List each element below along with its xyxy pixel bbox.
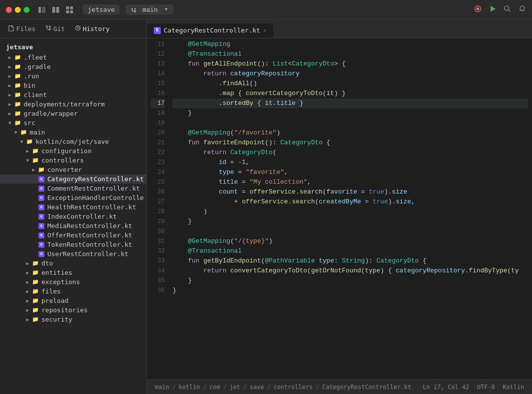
code-line-23: id = -1,	[173, 158, 528, 167]
language: Kotlin	[503, 384, 524, 391]
tree-item-media-controller[interactable]: K MediaRestController.kt	[0, 221, 146, 230]
chevron-icon: ▼	[18, 139, 26, 144]
tree-item-deployments[interactable]: ▶ 📁 deployments/terraform	[0, 99, 146, 109]
tree-item-gradle[interactable]: ▶ 📁 .gradle	[0, 62, 146, 71]
tree-item-exceptions[interactable]: ▶ 📁 exceptions	[0, 277, 146, 287]
record-icon[interactable]	[474, 5, 482, 15]
tree-item-client[interactable]: ▶ 📁 client	[0, 90, 146, 99]
tree-item-security[interactable]: ▶ 📁 security	[0, 315, 146, 324]
tree-item-run[interactable]: ▶ 📁 .run	[0, 71, 146, 81]
kotlin-file-icon: K	[37, 176, 45, 182]
kotlin-file-icon: K	[37, 204, 45, 210]
encoding: UTF-8	[477, 384, 495, 391]
chevron-icon: ▶	[24, 270, 32, 275]
tree-item-health-controller[interactable]: K HealthRestController.kt	[0, 202, 146, 212]
code-line-17: .sortedBy { it.title }	[173, 98, 528, 108]
close-button[interactable]	[6, 7, 12, 13]
folder-icon: 📁	[14, 101, 22, 107]
folder-icon: 📁	[32, 260, 39, 266]
tree-item-entities[interactable]: ▶ 📁 entities	[0, 268, 146, 277]
minimize-button[interactable]	[15, 7, 21, 13]
tree-item-user-controller[interactable]: K UserRestController.kt	[0, 249, 146, 259]
folder-icon: 📁	[32, 297, 39, 304]
breadcrumb-save: save	[250, 384, 264, 391]
tree-item-dto[interactable]: ▶ 📁 dto	[0, 259, 146, 268]
folder-icon: 📁	[14, 110, 22, 117]
git-tab-label: Git	[53, 25, 65, 33]
grid-icon[interactable]	[65, 5, 74, 14]
folder-icon: 📁	[14, 120, 22, 126]
tree-item-configuration[interactable]: ▶ 📁 configuration	[0, 146, 146, 156]
chevron-icon: ▶	[24, 148, 32, 154]
tree-item-index-controller[interactable]: K IndexController.kt	[0, 212, 146, 221]
run-icon[interactable]	[489, 5, 497, 15]
tree-item-bin[interactable]: ▶ 📁 bin	[0, 81, 146, 90]
tree-item-comment-controller[interactable]: K CommentRestController.kt	[0, 184, 146, 193]
git-tab-icon	[45, 25, 51, 33]
breadcrumb-file: CategoryRestController.kt	[322, 384, 411, 391]
sidebar-icon[interactable]	[37, 5, 46, 14]
chevron-icon: ▶	[6, 92, 14, 98]
code-line-36: }	[173, 286, 528, 296]
code-line-31: @GetMapping("/{type}")	[173, 236, 528, 246]
search-icon[interactable]	[503, 5, 511, 15]
code-editor[interactable]: 1112131415 1617181920 2122232425 2627282…	[147, 38, 532, 379]
bell-icon[interactable]	[518, 5, 526, 15]
tab-close-button[interactable]: ✕	[263, 27, 267, 33]
folder-icon: 📁	[32, 157, 39, 164]
tab-history[interactable]: History	[71, 23, 114, 34]
svg-rect-6	[66, 10, 69, 13]
project-name[interactable]: jetsave	[83, 4, 120, 15]
tree-item-preload[interactable]: ▶ 📁 preload	[0, 296, 146, 305]
history-tab-label: History	[83, 25, 110, 33]
tab-filename: CategoryRestController.kt	[164, 27, 260, 34]
tree-item-files[interactable]: ▶ 📁 files	[0, 287, 146, 296]
chevron-icon: ▶	[6, 83, 14, 88]
code-content[interactable]: @GetMapping @Transactional fun getAllEnd…	[169, 38, 532, 379]
tree-item-token-controller[interactable]: K TokenRestController.kt	[0, 240, 146, 249]
folder-icon: 📁	[32, 269, 39, 276]
line-numbers: 1112131415 1617181920 2122232425 2627282…	[147, 38, 169, 379]
tree-item-src[interactable]: ▼ 📁 src	[0, 118, 146, 128]
svg-rect-3	[56, 7, 59, 13]
folder-icon: 📁	[32, 148, 39, 154]
tab-git[interactable]: Git	[41, 23, 69, 34]
svg-rect-7	[70, 10, 73, 13]
tree-item-converter[interactable]: ▶ 📁 converter	[0, 165, 146, 174]
maximize-button[interactable]	[24, 7, 30, 13]
status-bar: main / kotlin / com / jet / save / contr…	[147, 379, 532, 394]
tree-item-exception-handler[interactable]: K ExceptionHandlerControlle	[0, 193, 146, 202]
branch-name[interactable]: main	[126, 4, 174, 15]
tree-item-gradle-wrapper[interactable]: ▶ 📁 gradle/wrapper	[0, 109, 146, 118]
tree-item-fleet[interactable]: ▶ 📁 .fleet	[0, 53, 146, 62]
tree-item-repositories[interactable]: ▶ 📁 repositories	[0, 305, 146, 315]
folder-icon: 📁	[20, 129, 28, 135]
svg-point-21	[46, 26, 48, 28]
tree-item-kotlin[interactable]: ▼ 📁 kotlin/com/jet/save	[0, 137, 146, 146]
svg-rect-4	[66, 6, 69, 9]
code-line-19	[173, 118, 528, 128]
svg-line-19	[508, 10, 510, 12]
window-icons	[37, 5, 74, 14]
folder-icon: 📁	[32, 307, 39, 313]
tree-item-offer-controller[interactable]: K OfferRestController.kt	[0, 230, 146, 240]
chevron-icon: ▶	[24, 279, 32, 285]
tree-item-controllers[interactable]: ▼ 📁 controllers	[0, 156, 146, 165]
editor-tab-category[interactable]: K CategoryRestController.kt ✕	[147, 24, 273, 38]
diff-icon[interactable]	[51, 5, 60, 14]
status-right: Ln 17, Col 42 UTF-8 Kotlin	[423, 384, 524, 391]
code-line-11: @GetMapping	[173, 39, 528, 49]
title-bar: jetsave main	[0, 0, 532, 20]
code-line-24: type = "favorite",	[173, 167, 528, 177]
kotlin-file-icon: K	[37, 232, 45, 238]
chevron-icon: ▶	[24, 307, 32, 313]
code-line-27: + offerService.search(createdByMe = true…	[173, 197, 528, 207]
tree-item-main[interactable]: ▼ 📁 main	[0, 128, 146, 137]
tree-item-category-controller[interactable]: K CategoryRestController.kt	[0, 174, 146, 184]
file-tree: jetsave ▶ 📁 .fleet ▶ 📁 .gradle ▶ 📁 .run	[0, 38, 146, 394]
files-tab-icon	[8, 25, 14, 33]
chevron-icon: ▶	[24, 317, 32, 322]
traffic-lights	[6, 7, 30, 13]
folder-icon: 📁	[26, 138, 34, 145]
tab-files[interactable]: Files	[4, 23, 39, 35]
